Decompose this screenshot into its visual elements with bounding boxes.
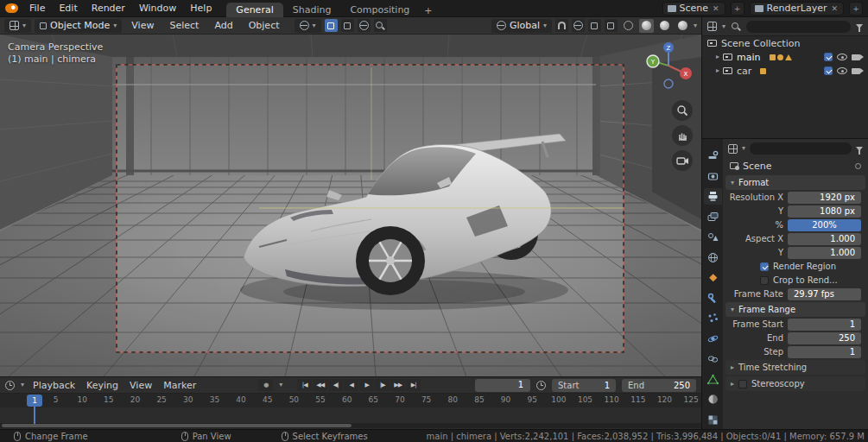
frame-end-widget[interactable]: End 250 [622,379,696,392]
preview-range-icon[interactable] [536,381,546,390]
new-view-layer-button[interactable]: + [849,2,863,16]
chevron-down-icon[interactable]: ▾ [279,382,282,388]
scene-selector[interactable]: Scene ✕ [662,2,725,16]
tab-physics[interactable] [704,331,722,347]
gizmo-neg-z-axis[interactable] [664,79,673,88]
breadcrumb-scene[interactable]: Scene [743,161,772,172]
aspect-y-field[interactable]: 1.000 [788,247,861,259]
overlays-toggle[interactable] [588,19,601,32]
playhead-line[interactable] [34,405,35,424]
timeline-ruler[interactable]: 1510152025303540455055606570758085909510… [0,394,701,407]
exclude-checkbox[interactable] [824,66,833,75]
timeline-area[interactable]: 1510152025303540455055606570758085909510… [0,394,701,429]
tab-constraints[interactable] [704,350,722,367]
resolution-x-field[interactable]: 1920 px [788,192,861,204]
gizmos-toggle[interactable] [572,19,585,32]
timeline-menu-view[interactable]: View [127,380,155,391]
resolution-percent-slider[interactable]: 200% [788,219,861,231]
chevron-down-icon[interactable]: ▾ [722,23,725,30]
jump-to-end-button[interactable]: ▶| [406,379,421,391]
timeline-scrollbar[interactable] [0,423,701,428]
frame-end-field[interactable]: 250 [788,332,861,344]
timeline-track[interactable] [0,407,701,423]
resolution-y-field[interactable]: 1080 px [788,205,861,218]
shading-material-button[interactable] [657,19,672,33]
play-reverse-button[interactable]: ◀ [344,379,358,391]
panel-header-format[interactable]: ▾ Format [725,175,865,190]
chevron-down-icon[interactable]: ▾ [742,145,745,152]
tab-output[interactable] [704,188,722,205]
tab-modifiers[interactable] [704,290,722,306]
tweak-toggle[interactable] [325,19,338,32]
disclosure-icon[interactable]: ▸ [716,54,719,60]
workspace-tab-compositing[interactable]: Compositing [340,3,419,17]
timeline-menu-playback[interactable]: Playback [30,380,78,391]
menu-file[interactable]: File [23,2,51,15]
hide-eye-icon[interactable] [837,54,847,60]
timeline-menu-keying[interactable]: Keying [84,380,121,391]
shading-rendered-button[interactable] [675,19,690,33]
scrollbar-thumb[interactable] [2,424,352,427]
filter-icon[interactable] [856,147,863,151]
snap-vertex-toggle[interactable] [341,19,354,32]
properties-editor-icon[interactable] [728,144,738,154]
blender-logo-icon[interactable] [5,3,18,13]
chevron-down-icon[interactable]: ▾ [21,382,24,388]
tab-render[interactable] [704,168,722,185]
panel-header-frame-range[interactable]: ▾ Frame Range [725,302,865,317]
stereoscopy-checkbox[interactable] [738,380,747,388]
tab-tool[interactable] [704,148,722,164]
tab-object[interactable] [704,269,722,286]
viewport-menu-object[interactable]: Object [243,19,286,32]
shading-solid-button[interactable] [639,19,654,33]
outliner-row-scene-collection[interactable]: Scene Collection [702,36,868,50]
panel-header-time-stretching[interactable]: ▸ Time Stretching [725,360,865,375]
frame-step-field[interactable]: 1 [788,346,861,358]
menu-render[interactable]: Render [86,2,131,15]
zoom-button[interactable] [672,100,693,121]
tab-view-layer[interactable] [704,209,722,225]
add-workspace-button[interactable]: + [419,4,437,17]
tab-particles[interactable] [704,310,722,326]
tab-texture[interactable] [704,412,722,428]
outliner-row-car[interactable]: ▸ car [702,64,868,78]
aspect-x-field[interactable]: 1.000 [788,233,861,245]
workspace-tab-general[interactable]: General [226,3,282,17]
disable-render-camera-icon[interactable] [852,54,860,60]
current-frame-field[interactable]: 1 [475,379,530,392]
viewport-canvas[interactable]: Camera Perspective (1) main | chimera Z … [0,35,701,376]
scene-3d-canvas[interactable] [0,35,701,376]
disclosure-icon[interactable]: ▸ [716,67,719,74]
mode-dropdown[interactable]: Object Mode ▾ [35,19,122,33]
frame-rate-dropdown[interactable]: 29.97 fps [788,288,861,300]
search-icon[interactable] [731,22,741,32]
auto-keying-button[interactable]: ● [258,379,273,391]
hide-eye-icon[interactable] [837,67,847,74]
viewport-menu-add[interactable]: Add [208,19,238,32]
frame-start-field[interactable]: 1 [788,319,861,331]
tab-scene[interactable] [704,229,722,245]
disable-render-camera-icon[interactable] [852,68,860,74]
exclude-checkbox[interactable] [824,53,833,61]
tab-object-data[interactable] [704,371,722,388]
play-button[interactable]: ▶ [359,379,374,391]
viewport-menu-select[interactable]: Select [163,19,205,32]
pan-button[interactable] [672,125,693,146]
orientation-dropdown[interactable]: Global ▾ [491,19,552,33]
outliner-row-main[interactable]: ▸ main [702,50,868,64]
menu-edit[interactable]: Edit [53,2,83,15]
menu-window[interactable]: Window [133,2,182,15]
outliner-search-input[interactable] [746,21,851,33]
editor-type-dropdown[interactable]: ▾ [4,19,31,33]
pivot-point-dropdown[interactable]: ▾ [295,19,321,33]
new-scene-button[interactable]: + [731,2,744,16]
crop-checkbox[interactable] [760,276,769,285]
render-region-checkbox[interactable] [760,262,769,271]
timeline-editor-icon[interactable] [5,381,15,390]
tab-world[interactable] [704,249,722,266]
timeline-menu-marker[interactable]: Marker [161,380,199,391]
prev-frame-button[interactable]: ◀| [328,379,343,391]
workspace-tab-shading[interactable]: Shading [283,3,341,17]
viewport-search-button[interactable] [374,19,387,32]
filter-icon[interactable] [856,24,863,28]
